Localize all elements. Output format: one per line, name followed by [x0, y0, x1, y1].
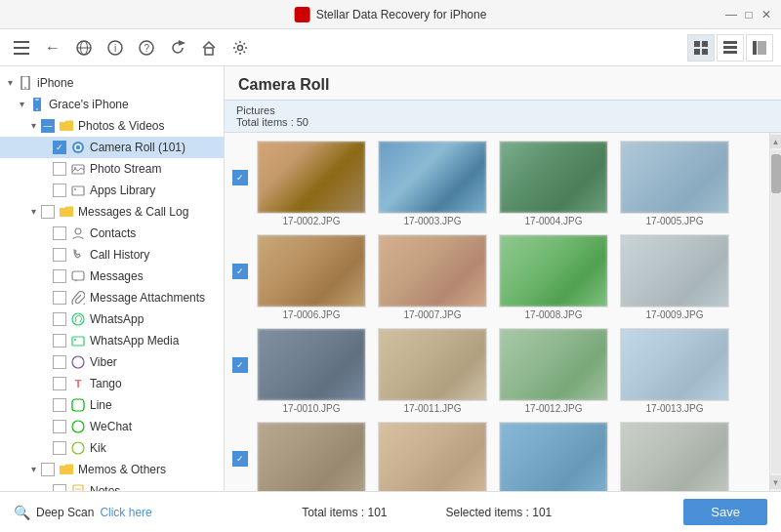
svg-point-26	[72, 142, 84, 153]
sidebar-item-photo-stream[interactable]: Photo Stream	[0, 158, 224, 180]
save-button[interactable]: Save	[683, 499, 767, 525]
check-memos[interactable]	[41, 463, 55, 476]
photo-item[interactable]: 17-0003.JPG	[375, 141, 490, 226]
minimize-button[interactable]: —	[724, 8, 738, 21]
check-notes[interactable]	[53, 484, 66, 491]
check-wechat[interactable]	[53, 420, 66, 433]
photo-item[interactable]: 17-0002.JPG	[254, 141, 369, 226]
check-whatsapp[interactable]	[53, 312, 66, 326]
vertical-scrollbar[interactable]: ▲ ▼	[769, 133, 781, 491]
back-button[interactable]: ←	[39, 34, 66, 61]
sidebar-item-notes[interactable]: Notes	[0, 480, 224, 491]
check-call-history[interactable]	[53, 248, 66, 262]
view-buttons	[687, 34, 773, 61]
folder-icon	[59, 462, 74, 477]
status-bar: 🔍 Deep Scan Click here Total items : 101…	[0, 491, 781, 532]
photo-item[interactable]: 17-0004.JPG	[496, 141, 611, 226]
section-header: Pictures Total items : 50	[225, 100, 781, 133]
check-camera-roll[interactable]: ✓	[53, 141, 66, 154]
menu-button[interactable]	[8, 34, 35, 61]
row-checkbox[interactable]: ✓	[232, 451, 248, 467]
photo-label: 17-0011.JPG	[404, 403, 462, 414]
messages-icon	[70, 268, 86, 284]
detail-view-button[interactable]	[746, 34, 773, 61]
sidebar-item-whatsapp-media[interactable]: WhatsApp Media	[0, 330, 224, 351]
sidebar-item-apps-library[interactable]: Apps Library	[0, 180, 224, 201]
list-view-button[interactable]	[717, 34, 744, 61]
photo-item[interactable]: 17-0010.JPG	[254, 328, 369, 414]
check-contacts[interactable]	[53, 226, 66, 240]
check-photo-stream[interactable]	[53, 162, 66, 176]
scan-icon: 🔍	[14, 505, 30, 520]
sidebar-item-memos-others[interactable]: ▾ Memos & Others	[0, 459, 224, 480]
check-viber[interactable]	[53, 355, 66, 369]
photo-item[interactable]: 17-0005.JPG	[617, 141, 732, 226]
sidebar-item-wechat[interactable]: WeChat	[0, 416, 224, 437]
sidebar-label-photos: Photos & Videos	[78, 117, 165, 135]
info-button[interactable]: i	[102, 34, 129, 61]
sidebar-item-kik[interactable]: Kik	[0, 437, 224, 459]
sidebar-item-whatsapp[interactable]: WhatsApp	[0, 308, 224, 330]
photo-thumbnail	[378, 328, 487, 401]
photo-item[interactable]: 17-0017.JPG	[617, 422, 732, 491]
help-button[interactable]: ?	[133, 34, 160, 61]
app-icon	[295, 7, 310, 22]
globe-button[interactable]	[70, 34, 98, 61]
svg-text:i: i	[114, 43, 116, 54]
click-here-link[interactable]: Click here	[100, 506, 151, 519]
check-whatsapp-media[interactable]	[53, 334, 66, 348]
check-message-attachments[interactable]	[53, 291, 66, 305]
row-checkbox[interactable]: ✓	[232, 264, 248, 279]
check-tango[interactable]	[53, 377, 66, 390]
photo-item[interactable]: 17-0015.JPG	[375, 422, 490, 491]
refresh-button[interactable]	[164, 34, 191, 61]
selected-items-status: Selected items : 101	[446, 506, 553, 519]
svg-rect-38	[72, 399, 84, 411]
row-checkbox[interactable]: ✓	[232, 170, 248, 185]
photo-item[interactable]: 17-0012.JPG	[496, 328, 611, 414]
photo-item[interactable]: 17-0016.JPG	[496, 422, 611, 491]
check-messages[interactable]	[41, 205, 55, 219]
photo-item[interactable]: 17-0007.JPG	[375, 234, 490, 320]
grid-view-button[interactable]	[687, 34, 715, 61]
scroll-track[interactable]	[771, 150, 781, 473]
photo-item[interactable]: 17-0011.JPG	[375, 328, 490, 414]
sidebar-item-viber[interactable]: Viber	[0, 351, 224, 373]
sidebar-label-contacts: Contacts	[90, 225, 136, 242]
sidebar-item-messages[interactable]: Messages	[0, 266, 224, 287]
home-button[interactable]	[195, 34, 223, 61]
photo-thumbnail	[257, 328, 366, 401]
sidebar-item-message-attachments[interactable]: Message Attachments	[0, 287, 224, 308]
check-kik[interactable]	[53, 441, 66, 455]
photo-item[interactable]: 17-0014.JPG	[254, 422, 369, 491]
photo-item[interactable]: 17-0013.JPG	[617, 328, 732, 414]
sidebar-item-messages-calllog[interactable]: ▾ Messages & Call Log	[0, 201, 224, 223]
check-line[interactable]	[53, 398, 66, 412]
photo-item[interactable]: 17-0006.JPG	[254, 234, 369, 320]
sidebar-label-photo-stream: Photo Stream	[90, 160, 161, 178]
sidebar-item-camera-roll[interactable]: ✓ Camera Roll (101)	[0, 137, 224, 158]
sidebar-item-photos-videos[interactable]: ▾ — Photos & Videos	[0, 115, 224, 137]
sidebar-item-iphone[interactable]: ▾ iPhone	[0, 72, 224, 94]
photo-item[interactable]: 17-0009.JPG	[617, 234, 732, 320]
maximize-button[interactable]: □	[742, 8, 756, 21]
row-checkbox[interactable]: ✓	[232, 357, 248, 373]
close-button[interactable]: ✕	[760, 8, 773, 21]
scroll-down-button[interactable]: ▼	[770, 475, 782, 489]
photo-item[interactable]: 17-0008.JPG	[496, 234, 611, 320]
photo-label: 17-0003.JPG	[404, 216, 462, 226]
sidebar-label-kik: Kik	[90, 439, 106, 457]
check-photos-videos[interactable]: —	[41, 119, 55, 133]
check-messages-item[interactable]	[53, 269, 66, 283]
sidebar-item-tango[interactable]: T Tango	[0, 373, 224, 394]
scroll-up-button[interactable]: ▲	[770, 135, 782, 148]
sidebar-item-contacts[interactable]: Contacts	[0, 223, 224, 244]
check-apps-library[interactable]	[53, 184, 66, 197]
scroll-thumb[interactable]	[771, 154, 781, 193]
sidebar-item-graces-iphone[interactable]: ▾ Grace's iPhone	[0, 94, 224, 115]
settings-button[interactable]	[226, 34, 254, 61]
sidebar-item-call-history[interactable]: Call History	[0, 244, 224, 266]
sidebar-label-messages: Messages	[90, 267, 144, 285]
photo-thumbnail	[620, 422, 729, 491]
sidebar-item-line[interactable]: Line	[0, 394, 224, 416]
